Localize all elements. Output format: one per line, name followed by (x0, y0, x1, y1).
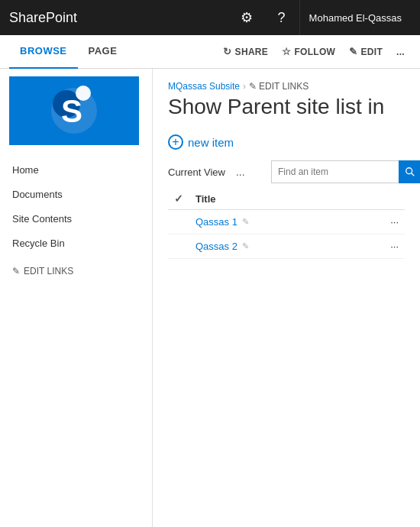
col-title: Title (189, 188, 354, 210)
user-name: Mohamed El-Qassas (309, 12, 402, 24)
svg-line-5 (412, 173, 415, 176)
sidebar-item-documents[interactable]: Documents (0, 182, 152, 206)
sidebar-item-home[interactable]: Home (0, 157, 152, 182)
svg-point-4 (406, 168, 412, 174)
sub-nav-actions: ↻ SHARE ☆ FOLLOW ✎ EDIT ... (217, 35, 411, 69)
col-actions (354, 188, 405, 210)
breadcrumb-separator: › (243, 81, 246, 92)
content-area: MQassas Subsite › ✎ EDIT LINKS Show Pare… (153, 69, 420, 527)
more-action[interactable]: ... (390, 35, 411, 69)
row-actions-menu[interactable]: ··· (354, 210, 405, 234)
table-row: Qassas 2 ✎ ··· (168, 234, 405, 259)
col-check: ✓ (168, 188, 189, 210)
sidebar-edit-links[interactable]: ✎ EDIT LINKS (0, 261, 152, 281)
sharepoint-logo-svg: S (44, 84, 105, 137)
current-view-button[interactable]: Current View (168, 167, 225, 178)
page-title: Show Parent site list in (168, 95, 405, 119)
edit-action[interactable]: ✎ EDIT (343, 35, 389, 69)
pencil-icon: ✎ (12, 266, 20, 276)
row-check-cell (168, 234, 189, 259)
search-box (271, 160, 405, 183)
settings-icon: ⚙ (241, 9, 253, 26)
search-button[interactable] (399, 160, 420, 183)
item-edit-icon[interactable]: ✎ (242, 241, 249, 251)
row-title-cell: Qassas 1 ✎ (189, 210, 354, 234)
share-icon: ↻ (223, 46, 231, 57)
row-check-cell (168, 210, 189, 234)
follow-icon: ☆ (282, 46, 291, 57)
tab-page[interactable]: PAGE (78, 35, 128, 69)
new-item-plus-icon: + (168, 134, 183, 150)
help-button[interactable]: ? (264, 0, 299, 35)
search-icon (405, 167, 415, 177)
follow-action[interactable]: ☆ FOLLOW (276, 35, 341, 69)
item-name[interactable]: Qassas 2 ✎ (195, 241, 347, 252)
top-bar: SharePoint ⚙ ? Mohamed El-Qassas (0, 0, 420, 35)
breadcrumb: MQassas Subsite › ✎ EDIT LINKS (168, 81, 405, 92)
search-input[interactable] (272, 161, 399, 183)
list-toolbar: Current View ... (168, 160, 405, 183)
logo-wrapper: S (44, 84, 105, 137)
item-name[interactable]: Qassas 1 ✎ (195, 216, 347, 228)
edit-icon: ✎ (349, 46, 357, 57)
help-icon: ? (278, 10, 286, 26)
site-logo: S (9, 76, 139, 145)
main-layout: S Home Documents Site Contents Recycle B… (0, 69, 420, 527)
breadcrumb-edit-link[interactable]: ✎ EDIT LINKS (249, 81, 309, 92)
sidebar-item-recycle-bin[interactable]: Recycle Bin (0, 231, 152, 255)
table-row: Qassas 1 ✎ ··· (168, 210, 405, 234)
view-options-button[interactable]: ... (231, 164, 250, 179)
list-table: ✓ Title Qassas 1 ✎ ··· Qassas 2 (168, 188, 405, 259)
settings-button[interactable]: ⚙ (229, 0, 264, 35)
top-bar-icons: ⚙ ? (229, 0, 299, 35)
tab-browse[interactable]: BROWSE (9, 35, 78, 69)
breadcrumb-site[interactable]: MQassas Subsite (168, 81, 240, 92)
edit-links-icon: ✎ (249, 81, 257, 92)
sidebar-item-site-contents[interactable]: Site Contents (0, 206, 152, 231)
row-title-cell: Qassas 2 ✎ (189, 234, 354, 259)
item-edit-icon[interactable]: ✎ (242, 217, 249, 227)
new-item-button[interactable]: + new item (168, 134, 405, 150)
sub-nav-bar: BROWSE PAGE ↻ SHARE ☆ FOLLOW ✎ EDIT ... (0, 35, 420, 69)
sidebar: S Home Documents Site Contents Recycle B… (0, 69, 153, 527)
brand-name: SharePoint (9, 10, 229, 26)
user-menu[interactable]: Mohamed El-Qassas (299, 0, 411, 35)
svg-point-3 (76, 86, 91, 101)
share-action[interactable]: ↻ SHARE (217, 35, 274, 69)
row-actions-menu[interactable]: ··· (354, 234, 405, 259)
